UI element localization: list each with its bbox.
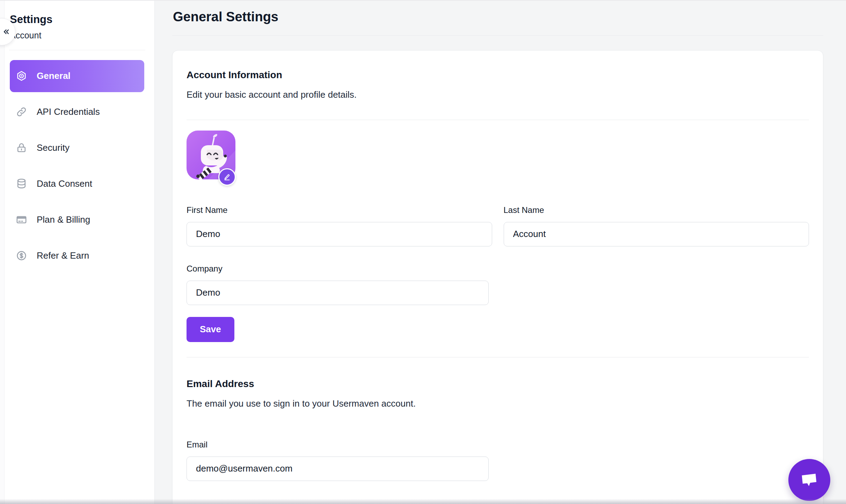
email-field-group: Email [187,440,489,481]
sidebar-item-label: Security [37,142,70,153]
lock-icon [16,142,27,154]
sidebar-item-label: API Credentials [37,106,100,117]
last-name-input[interactable] [504,222,809,246]
sidebar-item-label: Refer & Earn [37,250,89,261]
first-name-label: First Name [187,205,492,215]
hexagon-settings-icon [16,70,27,82]
sidebar-item-general[interactable]: General [10,60,144,92]
database-icon [16,178,27,190]
sidebar-item-label: Data Consent [37,178,92,189]
sidebar-item-api-credentials[interactable]: API Credentials [10,96,144,128]
sidebar-title: Settings [10,13,145,26]
save-button[interactable]: Save [187,317,234,342]
page-title: General Settings [173,10,823,24]
pencil-icon [223,173,231,181]
header-divider [172,35,823,36]
link-icon [16,106,27,118]
account-information-description: Edit your basic account and profile deta… [187,89,809,100]
sidebar-header: Settings Account [0,1,154,40]
avatar-edit-button[interactable] [218,168,236,186]
sidebar-item-plan-billing[interactable]: Plan & Billing [10,204,144,236]
first-name-input[interactable] [187,222,492,246]
speech-bubble-icon [799,471,819,489]
sidebar-item-label: General [37,71,71,81]
email-address-description: The email you use to sign in to your Use… [187,398,809,409]
chevrons-left-icon [2,27,11,36]
settings-page: Settings Account General [0,0,846,504]
general-settings-card: Account Information Edit your basic acco… [172,50,823,504]
company-input[interactable] [187,281,489,305]
credit-card-icon [16,214,27,225]
email-address-title: Email Address [187,378,809,390]
last-name-label: Last Name [504,205,809,215]
email-input[interactable] [187,457,489,481]
name-fields-row: First Name Last Name [187,205,809,246]
profile-avatar [187,131,235,179]
left-edge-strip [0,1,5,504]
main-content: General Settings Account Information Edi… [155,1,846,504]
section-divider [187,357,809,357]
settings-sidebar: Settings Account General [0,1,155,504]
sidebar-item-data-consent[interactable]: Data Consent [10,168,144,200]
sidebar-item-refer-earn[interactable]: Refer & Earn [10,240,144,272]
chat-launcher-button[interactable] [788,459,830,501]
company-label: Company [187,264,489,274]
company-field-group: Company [187,264,489,305]
sidebar-item-security[interactable]: Security [10,132,144,164]
sidebar-subtitle: Account [10,30,145,40]
last-name-field-group: Last Name [504,205,809,246]
section-divider [187,120,809,120]
dollar-circle-icon [16,250,27,261]
sidebar-item-label: Plan & Billing [37,214,90,225]
account-information-title: Account Information [187,69,809,81]
email-label: Email [187,440,489,450]
settings-nav: General API Credentials [0,50,154,272]
first-name-field-group: First Name [187,205,492,246]
